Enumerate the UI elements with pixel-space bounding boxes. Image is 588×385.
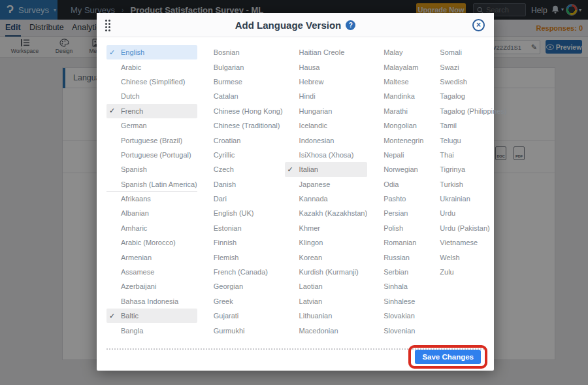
language-option[interactable]: Bahasa Indonesia <box>106 294 197 309</box>
language-option[interactable]: Bulgarian <box>199 59 283 74</box>
language-option[interactable]: ✓Baltic <box>106 309 197 323</box>
language-option[interactable]: Ukrainian <box>425 192 506 206</box>
language-option[interactable]: Japanese <box>285 177 368 192</box>
language-option[interactable]: Maltese <box>369 75 423 89</box>
language-option[interactable]: Georgian <box>199 279 283 293</box>
close-icon[interactable]: × <box>472 19 485 31</box>
language-option[interactable]: Marathi <box>369 104 423 118</box>
language-option[interactable]: Montenegrin <box>369 133 423 147</box>
language-option[interactable]: Tigrinya <box>425 162 506 176</box>
language-option[interactable]: Azerbaijani <box>106 279 197 293</box>
language-option[interactable]: Estonian <box>199 221 283 235</box>
language-option[interactable]: Swedish <box>425 75 506 89</box>
language-option[interactable]: Icelandic <box>285 118 368 133</box>
language-option[interactable]: Albanian <box>106 206 197 220</box>
language-option[interactable]: Tamil <box>425 118 506 133</box>
language-option[interactable]: ✓English <box>106 45 197 59</box>
language-option[interactable]: Indonesian <box>285 133 368 147</box>
language-option[interactable]: Sinhala <box>369 279 423 293</box>
language-option[interactable]: Assamese <box>106 265 197 279</box>
language-option[interactable]: Chinese (Hong Kong) <box>199 104 283 118</box>
language-option[interactable]: Mongolian <box>369 118 423 133</box>
language-option[interactable]: Bangla <box>106 323 197 337</box>
language-option[interactable]: Slovenian <box>369 323 423 337</box>
language-option[interactable]: Catalan <box>199 89 283 103</box>
language-option[interactable]: Telugu <box>425 133 506 147</box>
language-option[interactable]: Mandinka <box>369 89 423 103</box>
language-option[interactable]: Thai <box>425 148 506 162</box>
language-option[interactable]: Hausa <box>285 59 368 74</box>
help-icon[interactable]: ? <box>346 20 355 30</box>
language-option[interactable]: Malay <box>369 45 423 59</box>
language-option[interactable]: Kannada <box>285 192 368 206</box>
language-option[interactable]: Russian <box>369 250 423 264</box>
language-option[interactable]: Chinese (Simplified) <box>106 75 197 89</box>
language-option[interactable]: ✓Italian <box>285 162 368 176</box>
language-option[interactable]: Haitian Creole <box>285 45 368 59</box>
language-option[interactable]: ✓French <box>106 104 197 118</box>
language-option[interactable]: Kurdish (Kurmanji) <box>285 265 368 279</box>
language-option[interactable]: Klingon <box>285 235 368 250</box>
language-option[interactable]: Croatian <box>199 133 283 147</box>
language-option[interactable]: Amharic <box>106 221 197 235</box>
language-option[interactable]: Macedonian <box>285 323 368 337</box>
language-option[interactable]: Norwegian <box>369 162 423 176</box>
language-option[interactable]: Pashto <box>369 192 423 206</box>
language-option[interactable]: Laotian <box>285 279 368 293</box>
language-option[interactable]: Swazi <box>425 59 506 74</box>
language-option[interactable]: Bosnian <box>199 45 283 59</box>
language-option[interactable]: Portuguese (Portugal) <box>106 148 197 162</box>
language-option[interactable]: Somali <box>425 45 506 59</box>
language-option[interactable]: Finnish <box>199 235 283 250</box>
language-option[interactable]: Slovakian <box>369 309 423 323</box>
language-option[interactable]: Hungarian <box>285 104 368 118</box>
language-option[interactable]: Latvian <box>285 294 368 309</box>
language-option[interactable]: Spanish <box>106 162 197 176</box>
language-option[interactable]: Turkish <box>425 177 506 192</box>
language-option[interactable]: Tagalog <box>425 89 506 103</box>
language-option[interactable]: Khmer <box>285 221 368 235</box>
language-option[interactable]: Kazakh (Kazakhstan) <box>285 206 368 220</box>
language-option[interactable]: Persian <box>369 206 423 220</box>
language-option[interactable]: Polish <box>369 221 423 235</box>
language-option[interactable]: Hebrew <box>285 75 368 89</box>
language-option[interactable]: Odia <box>369 177 423 192</box>
language-option[interactable]: English (UK) <box>199 206 283 220</box>
language-option[interactable]: Dutch <box>106 89 197 103</box>
language-option[interactable]: Tagalog (Philippines) <box>425 104 506 118</box>
language-option[interactable]: Welsh <box>425 250 506 264</box>
language-option[interactable]: Zulu <box>425 265 506 279</box>
language-option[interactable]: Korean <box>285 250 368 264</box>
language-option[interactable]: Burmese <box>199 75 283 89</box>
language-option[interactable]: Flemish <box>199 250 283 264</box>
language-option[interactable]: Urdu <box>425 206 506 220</box>
language-option[interactable]: German <box>106 118 197 133</box>
language-option[interactable]: Gurmukhi <box>199 323 283 337</box>
language-option[interactable]: Romanian <box>369 235 423 250</box>
language-option[interactable]: Nepali <box>369 148 423 162</box>
language-option[interactable]: Armenian <box>106 250 197 264</box>
language-option[interactable]: Cyrillic <box>199 148 283 162</box>
language-option[interactable]: Gujarati <box>199 309 283 323</box>
language-option[interactable]: Malayalam <box>369 59 423 74</box>
language-option[interactable]: Serbian <box>369 265 423 279</box>
drag-handle-icon[interactable] <box>105 19 112 32</box>
language-option[interactable]: Spanish (Latin America) <box>106 177 197 192</box>
language-option[interactable]: Danish <box>199 177 283 192</box>
language-option[interactable]: Czech <box>199 162 283 176</box>
language-option[interactable]: French (Canada) <box>199 265 283 279</box>
language-option[interactable]: Dari <box>199 192 283 206</box>
save-changes-button[interactable]: Save Changes <box>415 350 481 364</box>
language-option[interactable]: IsiXhosa (Xhosa) <box>285 148 368 162</box>
language-option[interactable]: Portuguese (Brazil) <box>106 133 197 147</box>
language-option[interactable]: Greek <box>199 294 283 309</box>
language-option[interactable]: Hindi <box>285 89 368 103</box>
language-option[interactable]: Arabic (Morocco) <box>106 235 197 250</box>
language-option[interactable]: Lithuanian <box>285 309 368 323</box>
language-option[interactable]: Chinese (Traditional) <box>199 118 283 133</box>
language-option[interactable]: Afrikaans <box>106 192 197 206</box>
language-option[interactable]: Arabic <box>106 59 197 74</box>
language-option[interactable]: Vietnamese <box>425 235 506 250</box>
language-option[interactable]: Urdu (Pakistan) <box>425 221 506 235</box>
language-option[interactable]: Sinhalese <box>369 294 423 309</box>
